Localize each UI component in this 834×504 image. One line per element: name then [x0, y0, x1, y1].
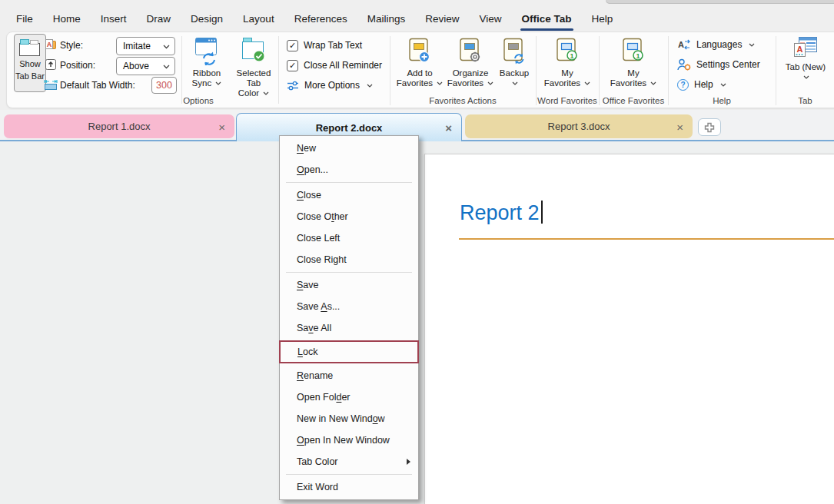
show-tab-bar-label-1: Show: [15, 59, 45, 69]
menu-item-close-left[interactable]: Close Left: [280, 227, 418, 249]
ribbon-sync-label-1: Ribbon: [185, 68, 228, 78]
menubar-item-review[interactable]: Review: [415, 8, 469, 31]
help-icon: ?: [677, 79, 689, 91]
menu-item-save-as[interactable]: Save As...: [280, 296, 418, 317]
add-to-favorites-icon: [407, 36, 433, 65]
document-tab-report-3-docx[interactable]: Report 3.docx×: [465, 114, 693, 138]
ribbon-group-separator: [390, 36, 390, 105]
menubar-item-layout[interactable]: Layout: [233, 8, 284, 31]
ribbon-sync-button[interactable]: Ribbon Sync: [185, 35, 228, 93]
settings-center-icon: [677, 58, 691, 71]
menubar-item-office-tab[interactable]: Office Tab: [512, 8, 582, 31]
style-label: Style:: [60, 40, 83, 51]
svg-text:A: A: [797, 45, 803, 54]
plus-icon: [704, 122, 715, 133]
chevron-down-icon: [367, 84, 373, 88]
menubar-item-design[interactable]: Design: [181, 8, 233, 31]
tab-label: Report 1.docx: [4, 114, 234, 138]
position-dropdown[interactable]: Above: [116, 57, 175, 75]
office-tab-ribbon: Show Tab Bar A Style: Imitate Edge Posit…: [6, 32, 834, 108]
settings-center-button[interactable]: Settings Center: [677, 58, 760, 71]
organize-favorites-button[interactable]: Organize Favorites: [445, 35, 496, 93]
organize-favorites-label-2: Favorites: [447, 78, 483, 88]
menubar-item-draw[interactable]: Draw: [137, 8, 181, 31]
menu-separator: [286, 474, 412, 475]
tab-bar-icon: [18, 38, 42, 57]
menu-item-lock[interactable]: Lock: [279, 340, 419, 363]
tab-new-button[interactable]: A Tab (New): [780, 35, 831, 93]
checkbox-checked-icon[interactable]: ✓: [287, 40, 298, 51]
menubar-item-help[interactable]: Help: [582, 8, 623, 31]
menu-item-save-all[interactable]: Save All: [280, 317, 418, 339]
ribbon-group-separator: [668, 36, 669, 105]
chevron-down-icon: [163, 65, 170, 69]
chevron-down-icon: [263, 91, 269, 95]
languages-button[interactable]: A Languages: [677, 38, 755, 51]
add-to-favorites-button[interactable]: Add to Favorites: [394, 35, 445, 93]
languages-label: Languages: [696, 39, 742, 50]
chevron-down-icon: [749, 43, 755, 47]
menu-item-rename[interactable]: Rename: [280, 365, 418, 386]
document-page[interactable]: Report 2: [424, 154, 834, 504]
close-all-reminder-checkbox-row[interactable]: ✓ Close All Reminder: [287, 58, 382, 72]
more-options-button[interactable]: More Options: [287, 78, 373, 92]
show-tab-bar-button[interactable]: Show Tab Bar: [14, 34, 46, 92]
menu-item-new[interactable]: New: [280, 138, 418, 159]
menubar-item-view[interactable]: View: [469, 8, 511, 31]
selected-tab-color-button[interactable]: Selected Tab Color: [228, 35, 279, 93]
menubar-item-file[interactable]: File: [6, 8, 43, 31]
close-tab-icon[interactable]: ×: [445, 122, 452, 134]
settings-center-label: Settings Center: [696, 59, 760, 70]
selected-tab-color-icon: [241, 36, 267, 65]
add-to-favorites-label-2: Favorites: [397, 78, 433, 88]
svg-text:A: A: [678, 40, 684, 49]
style-icon: A: [45, 38, 57, 51]
tab-new-label: Tab (New): [780, 62, 831, 72]
menu-item-tab-color[interactable]: Tab Color: [280, 451, 418, 472]
menubar-item-references[interactable]: References: [284, 8, 357, 31]
menu-item-new-in-new-window[interactable]: New in New Window: [280, 408, 418, 429]
help-button[interactable]: ? Help: [677, 78, 726, 91]
options-group-label: Options: [7, 96, 390, 107]
menu-item-open[interactable]: Open...: [280, 159, 418, 181]
document-title-text[interactable]: Report 2: [460, 201, 540, 224]
favorites-actions-group-label: Favorites Actions: [390, 96, 536, 107]
chevron-down-icon: [487, 81, 493, 85]
menu-item-save[interactable]: Save: [280, 274, 418, 296]
menubar-item-home[interactable]: Home: [43, 8, 91, 31]
my-favorites-icon: 1: [620, 36, 646, 65]
office-my-favorites-button[interactable]: 1 My Favorites: [606, 35, 660, 93]
new-tab-button[interactable]: [698, 118, 721, 136]
context-menu: NewOpen...CloseClose OtherClose LeftClos…: [279, 135, 419, 500]
menu-item-close[interactable]: Close: [280, 184, 418, 206]
chevron-down-icon: [512, 81, 518, 85]
ribbon-group-separator: [776, 36, 776, 105]
default-tab-width-input[interactable]: 300: [151, 77, 177, 94]
style-dropdown[interactable]: Imitate Edge: [116, 37, 175, 55]
word-my-favorites-button[interactable]: 1 My Favorites: [540, 35, 594, 93]
backup-button[interactable]: Backup: [496, 35, 533, 93]
word-my-favorites-label-2: Favorites: [544, 78, 580, 88]
document-tab-report-1-docx[interactable]: Report 1.docx×: [4, 114, 234, 138]
menu-item-exit-word[interactable]: Exit Word: [280, 476, 418, 498]
menu-item-close-other[interactable]: Close Other: [280, 206, 418, 227]
titlebar-remnant: [606, 0, 834, 4]
office-favorites-group-label: Office Favorites: [599, 96, 668, 107]
menu-item-close-right[interactable]: Close Right: [280, 249, 418, 270]
selected-tab-color-label-1: Selected Tab: [228, 68, 279, 88]
menu-item-open-folder[interactable]: Open Folder: [280, 386, 418, 408]
organize-favorites-icon: [457, 36, 483, 65]
ribbon-separator: [278, 36, 279, 104]
checkbox-checked-icon[interactable]: ✓: [287, 60, 298, 71]
close-tab-icon[interactable]: ×: [676, 121, 683, 132]
menu-item-open-in-new-window[interactable]: Open In New Window: [280, 429, 418, 451]
position-icon: [45, 58, 57, 71]
my-favorites-icon: 1: [554, 36, 580, 65]
close-tab-icon[interactable]: ×: [218, 121, 225, 132]
wrap-tab-text-checkbox-row[interactable]: ✓ Wrap Tab Text: [287, 38, 362, 52]
tab-group-label: Tab: [776, 96, 834, 107]
menubar-item-mailings[interactable]: Mailings: [357, 8, 416, 31]
ribbon-separator: [181, 36, 182, 104]
menubar-item-insert[interactable]: Insert: [91, 8, 137, 31]
office-my-favorites-label-1: My: [606, 68, 660, 78]
